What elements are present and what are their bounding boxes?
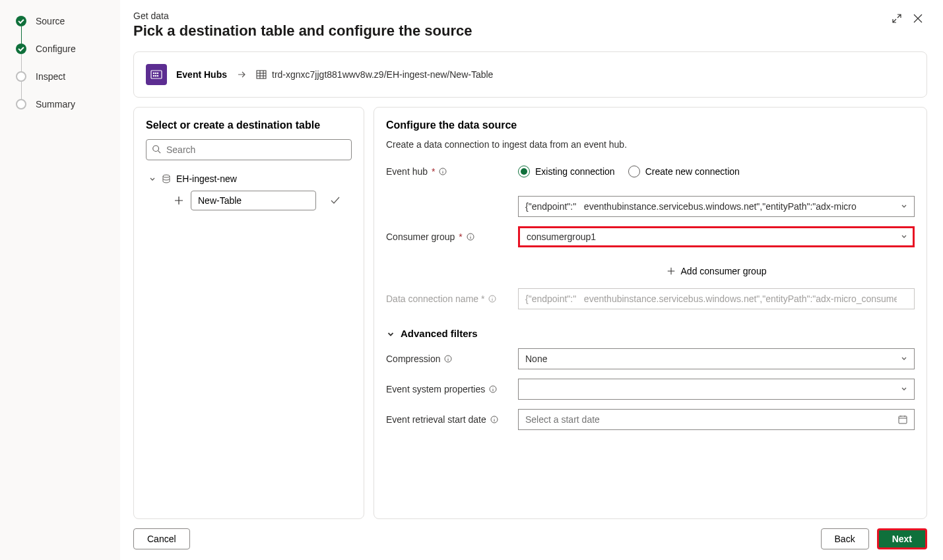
svg-rect-0 [151,71,162,78]
svg-point-4 [153,75,154,76]
database-tree-item[interactable]: EH-ingest-new [146,170,352,188]
svg-point-1 [153,73,154,73]
radio-selected-icon [518,166,530,177]
step-summary-status-icon [16,99,26,109]
start-date-input[interactable] [518,409,915,430]
search-input[interactable] [146,139,352,160]
cancel-button[interactable]: Cancel [133,528,190,549]
database-icon [162,174,171,183]
svg-point-6 [157,75,158,76]
svg-point-3 [157,73,158,73]
consumer-group-label: Consumer group * [386,232,518,242]
main-content: Get data Pick a destination table and co… [120,0,943,560]
footer: Cancel Back Next [133,528,927,549]
step-source[interactable]: Source [16,16,120,26]
advanced-filters-toggle[interactable]: Advanced filters [386,328,915,339]
add-consumer-group-link[interactable]: Add consumer group [518,266,915,276]
header-pretitle: Get data [133,11,472,21]
info-icon[interactable] [489,385,497,393]
consumer-group-dropdown[interactable] [518,226,915,247]
start-date-label: Event retrieval start date [386,414,518,425]
svg-point-8 [153,146,159,152]
compression-label: Compression [386,354,518,364]
chevron-down-icon [148,175,156,183]
panel-title: Select or create a destination table [146,119,352,131]
connection-name-input[interactable] [518,288,915,309]
arrow-right-icon [236,69,247,80]
breadcrumb-path: trd-xgnxc7jjgt881wwv8w.z9/EH-ingest-new/… [272,69,493,80]
breadcrumb-card: Event Hubs trd-xgnxc7jjgt881wwv8w.z9/EH-… [133,51,927,98]
info-icon[interactable] [439,168,447,175]
svg-point-5 [155,75,156,76]
svg-point-2 [155,73,156,73]
panel-subtitle: Create a data connection to ingest data … [386,139,915,150]
eventhubs-icon [146,64,167,85]
destination-table-panel: Select or create a destination table EH-… [133,107,364,519]
system-properties-label: Event system properties [386,384,518,394]
table-icon [256,69,267,80]
step-configure[interactable]: Configure [16,44,120,54]
step-label: Inspect [36,71,65,82]
eventhub-connection-dropdown[interactable] [518,196,915,217]
step-configure-status-icon [16,44,26,54]
step-label: Configure [36,44,76,54]
close-icon[interactable] [913,13,923,24]
expand-icon[interactable] [892,13,902,24]
add-table-icon[interactable] [174,195,184,206]
radio-create-connection[interactable]: Create new connection [628,166,740,177]
step-inspect[interactable]: Inspect [16,71,120,82]
configure-source-panel: Configure the data source Create a data … [374,107,927,519]
next-button[interactable]: Next [877,528,927,549]
info-icon[interactable] [490,416,498,423]
step-label: Source [36,16,65,26]
back-button[interactable]: Back [821,528,869,549]
compression-dropdown[interactable] [518,348,915,369]
svg-point-9 [163,175,170,177]
chevron-down-icon [386,329,395,338]
page-title: Pick a destination table and configure t… [133,22,472,40]
confirm-table-icon[interactable] [329,195,341,206]
radio-unselected-icon [628,166,640,177]
step-summary[interactable]: Summary [16,99,120,109]
breadcrumb-source: Event Hubs [176,69,227,80]
step-label: Summary [36,99,75,109]
database-name: EH-ingest-new [176,173,237,184]
step-inspect-status-icon [16,71,26,82]
wizard-stepper: Source Configure Inspect Summary [0,0,120,560]
info-icon[interactable] [467,233,474,241]
svg-rect-7 [257,71,266,78]
svg-rect-16 [899,416,907,423]
new-table-input[interactable] [191,191,316,210]
connection-name-label: Data connection name * [386,294,518,304]
info-icon[interactable] [444,355,452,363]
eventhub-label: Event hub * [386,166,518,177]
system-properties-dropdown[interactable] [518,379,915,400]
info-icon[interactable] [488,295,496,303]
radio-existing-connection[interactable]: Existing connection [518,166,615,177]
plus-icon [667,266,676,276]
panel-title: Configure the data source [386,119,915,131]
step-source-status-icon [16,16,26,26]
calendar-icon[interactable] [897,414,908,425]
search-icon [152,144,161,154]
